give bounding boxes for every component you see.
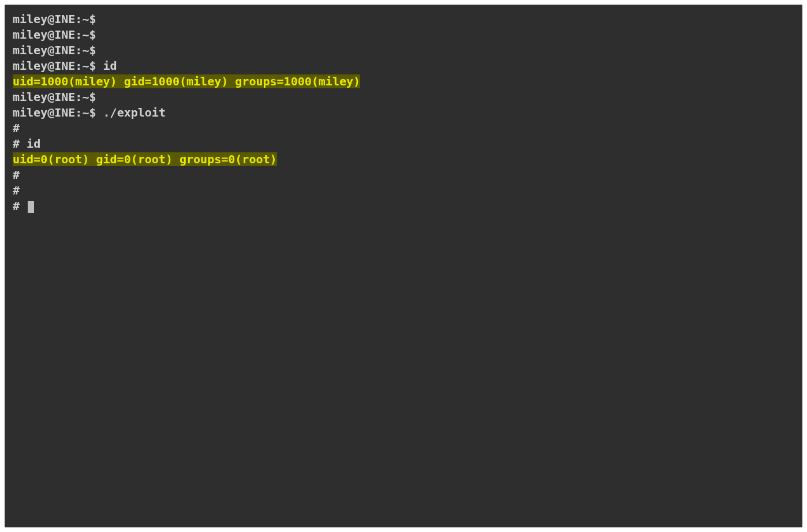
terminal-window[interactable]: miley@INE:~$ miley@INE:~$ miley@INE:~$ m…: [5, 5, 802, 527]
shell-prompt: miley@INE:~$: [13, 12, 96, 26]
terminal-line: miley@INE:~$: [13, 43, 794, 58]
command-text: [96, 106, 103, 119]
terminal-output-line: uid=1000(miley) gid=1000(miley) groups=1…: [13, 74, 794, 89]
root-shell-prompt: #: [13, 199, 20, 213]
terminal-line: # id: [13, 136, 794, 152]
terminal-line: miley@INE:~$: [13, 12, 794, 27]
command-text: id: [27, 137, 40, 151]
command-text: [20, 183, 27, 197]
terminal-line: #: [13, 183, 794, 198]
command-text: [20, 121, 27, 135]
command-text: [96, 28, 103, 42]
terminal-line: miley@INE:~$ ./exploit: [13, 105, 794, 121]
highlighted-output: uid=0(root) gid=0(root) groups=0(root): [13, 152, 277, 166]
shell-prompt: miley@INE:~$: [13, 106, 96, 119]
command-text: id: [103, 59, 117, 73]
shell-prompt: miley@INE:~$: [13, 59, 96, 73]
highlighted-output: uid=1000(miley) gid=1000(miley) groups=1…: [13, 74, 360, 88]
root-shell-prompt: #: [13, 183, 20, 197]
shell-prompt: miley@INE:~$: [13, 28, 96, 42]
command-text: ./exploit: [103, 106, 166, 119]
terminal-line-active[interactable]: #: [13, 198, 794, 214]
command-text: [20, 199, 27, 213]
root-shell-prompt: #: [13, 137, 20, 151]
command-text: [96, 59, 103, 73]
command-text: [96, 12, 103, 26]
command-text: [20, 168, 27, 182]
terminal-line: miley@INE:~$: [13, 89, 794, 105]
shell-prompt: miley@INE:~$: [13, 90, 96, 104]
shell-prompt: miley@INE:~$: [13, 43, 96, 57]
root-shell-prompt: #: [13, 168, 20, 182]
terminal-output-line: uid=0(root) gid=0(root) groups=0(root): [13, 152, 794, 167]
command-text: [20, 137, 27, 151]
root-shell-prompt: #: [13, 121, 20, 135]
command-text: [96, 90, 103, 104]
command-text: [96, 43, 103, 57]
terminal-line: miley@INE:~$: [13, 27, 794, 43]
terminal-line: #: [13, 121, 794, 136]
terminal-line: miley@INE:~$ id: [13, 58, 794, 74]
cursor-icon: [28, 201, 34, 213]
terminal-line: #: [13, 167, 794, 183]
